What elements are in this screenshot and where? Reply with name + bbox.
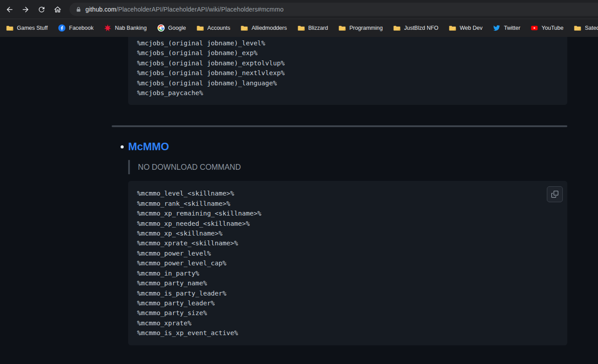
mcmmo-link[interactable]: McMMO xyxy=(128,140,169,153)
bookmark-accounts[interactable]: Accounts xyxy=(197,24,230,32)
bookmark-sateda-serv[interactable]: Sateda Serv xyxy=(574,24,598,32)
bookmark-label: YouTube xyxy=(541,25,563,31)
code-block-mcjobs: %mcjobs_(original jobname)_level% %mcjob… xyxy=(128,37,567,105)
google-icon xyxy=(158,24,165,32)
address-bar[interactable]: github.com/PlaceholderAPI/PlaceholderAPI… xyxy=(69,3,598,16)
reload-button[interactable] xyxy=(34,2,49,17)
bookmark-nab-banking[interactable]: Nab Banking xyxy=(104,24,147,32)
folder-icon xyxy=(241,24,248,32)
bookmark-label: Google xyxy=(168,25,186,31)
copy-icon xyxy=(551,191,558,198)
lock-icon[interactable] xyxy=(76,6,81,12)
bookmark-label: Blizzard xyxy=(308,25,328,31)
bookmark-programming[interactable]: Programming xyxy=(339,24,383,32)
back-icon xyxy=(5,5,14,14)
browser-toolbar: github.com/PlaceholderAPI/PlaceholderAPI… xyxy=(0,0,598,19)
bookmark-label: Nab Banking xyxy=(115,25,147,31)
forward-icon xyxy=(21,5,30,14)
folder-icon xyxy=(197,24,204,32)
wiki-article: %mcjobs_(original jobname)_level% %mcjob… xyxy=(112,37,567,345)
bookmark-label: Web Dev xyxy=(460,25,482,31)
page-content: %mcjobs_(original jobname)_level% %mcjob… xyxy=(0,37,598,364)
home-icon xyxy=(53,5,62,14)
home-button[interactable] xyxy=(50,2,65,17)
bookmarks-bar: Games Stuff Facebook Nab Banking Google … xyxy=(0,19,598,37)
bookmark-label: Accounts xyxy=(207,25,230,31)
bookmark-label: Alliedmodders xyxy=(251,25,287,31)
folder-icon xyxy=(393,24,400,32)
twitter-icon xyxy=(493,24,500,32)
facebook-icon xyxy=(58,24,65,32)
copy-button[interactable] xyxy=(547,186,563,202)
folder-icon xyxy=(574,24,581,32)
bookmark-label: JustBlzd NFO xyxy=(404,25,438,31)
bookmark-label: Twitter xyxy=(504,25,520,31)
url-path: /PlaceholderAPI/PlaceholderAPI/wiki/Plac… xyxy=(116,6,283,13)
bookmark-label: Programming xyxy=(349,25,383,31)
reload-icon xyxy=(37,5,46,14)
bookmark-label: Facebook xyxy=(69,25,93,31)
folder-icon xyxy=(339,24,346,32)
bookmark-alliedmodders[interactable]: Alliedmodders xyxy=(241,24,287,32)
section-divider xyxy=(112,125,567,127)
folder-icon xyxy=(449,24,456,32)
no-download-note: NO DOWNLOAD COMMAND xyxy=(128,160,567,174)
bookmark-facebook[interactable]: Facebook xyxy=(58,24,93,32)
bookmark-twitter[interactable]: Twitter xyxy=(493,24,520,32)
nab-star-icon xyxy=(104,24,111,32)
folder-icon xyxy=(6,24,13,32)
youtube-icon xyxy=(531,24,538,32)
bookmark-label: Sateda Serv xyxy=(585,25,598,31)
mcmmo-list-item: McMMO NO DOWNLOAD COMMAND %mcmmo_level_<… xyxy=(112,140,567,345)
bookmark-games-stuff[interactable]: Games Stuff xyxy=(6,24,48,32)
bookmark-label: Games Stuff xyxy=(17,25,48,31)
url-text: github.com/PlaceholderAPI/PlaceholderAPI… xyxy=(85,6,283,13)
folder-icon xyxy=(298,24,305,32)
list-bullet xyxy=(121,145,124,148)
url-host: github.com xyxy=(85,6,116,13)
bookmark-blizzard[interactable]: Blizzard xyxy=(298,24,328,32)
bookmark-web-dev[interactable]: Web Dev xyxy=(449,24,482,32)
bookmark-youtube[interactable]: YouTube xyxy=(531,24,563,32)
mcmmo-code-wrap: %mcmmo_level_<skillname>% %mcmmo_rank_<s… xyxy=(128,181,567,345)
back-button[interactable] xyxy=(2,2,17,17)
code-block-mcmmo: %mcmmo_level_<skillname>% %mcmmo_rank_<s… xyxy=(128,181,567,345)
forward-button[interactable] xyxy=(18,2,33,17)
bookmark-google[interactable]: Google xyxy=(158,24,186,32)
bookmark-justblzd-nfo[interactable]: JustBlzd NFO xyxy=(393,24,438,32)
